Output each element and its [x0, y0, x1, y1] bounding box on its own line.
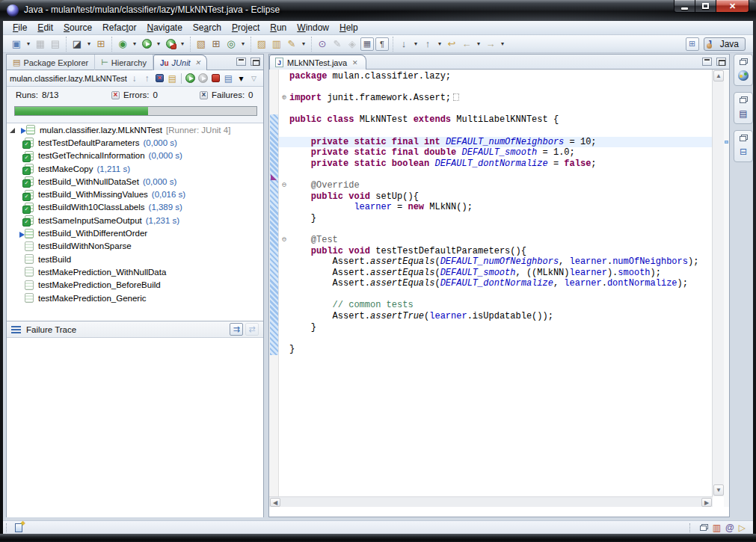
maximize-editor-button[interactable]	[716, 58, 726, 66]
run-icon[interactable]	[140, 37, 153, 51]
code-line[interactable]: }	[279, 213, 713, 224]
code-line[interactable]	[279, 126, 713, 137]
search-icon[interactable]: ⊙	[316, 37, 329, 51]
menu-search[interactable]: Search	[188, 21, 227, 34]
previous-failed-test-icon[interactable]: ↑	[141, 72, 153, 84]
menu-run[interactable]: Run	[265, 21, 292, 34]
test-row-testBuild_WithMissingValues[interactable]: testBuild_WithMissingValues(0,016 s)	[7, 188, 263, 200]
menu-project[interactable]: Project	[227, 21, 265, 34]
code-line[interactable]: private static final int DEFAULT_numOfNe…	[279, 137, 713, 148]
code-line[interactable]: learner = new MLkNN();	[279, 202, 713, 213]
declaration-view-icon[interactable]: ▷	[739, 523, 746, 533]
close-button[interactable]: ✕	[716, 0, 749, 13]
test-row-testMakePrediction_BeforeBuild[interactable]: testMakePrediction_BeforeBuild	[7, 279, 263, 292]
templates-view-icon[interactable]: ⊟	[740, 147, 747, 157]
code-line[interactable]	[279, 224, 713, 235]
menu-source[interactable]: Source	[58, 21, 97, 34]
dropdown-arrow-icon[interactable]: ▾	[85, 37, 93, 51]
test-row-testBuild_WithDifferentOrder[interactable]: testBuild_WithDifferentOrder	[7, 227, 263, 239]
test-row-testMakePrediction_Generic[interactable]: testMakePrediction_Generic	[7, 292, 263, 304]
code-line[interactable]: ⊖ @Override	[279, 180, 713, 191]
run-last-launched-icon[interactable]	[164, 37, 177, 51]
code-line[interactable]: }	[279, 322, 713, 333]
open-type-icon[interactable]: ⊞	[94, 37, 108, 51]
code-line[interactable]	[279, 169, 713, 180]
restore-view-icon[interactable]	[740, 58, 748, 65]
code-line[interactable]: ⊕import junit.framework.Assert;	[279, 93, 713, 104]
fold-toggle-icon[interactable]: ⊕	[279, 93, 289, 104]
view-tab-package-explorer[interactable]: ▤Package Explorer	[7, 55, 95, 70]
dropdown-arrow-icon[interactable]: ▾	[239, 37, 247, 51]
code-line[interactable]: // common tests	[279, 300, 713, 311]
code-text[interactable]: package mulan.classifier.lazy;⊕import ju…	[279, 71, 713, 354]
dropdown-arrow-icon[interactable]: ▾	[499, 37, 506, 51]
code-line[interactable]: package mulan.classifier.lazy;	[279, 71, 713, 82]
overview-ruler[interactable]	[724, 70, 729, 507]
rerun-test-icon[interactable]	[184, 72, 197, 84]
next-annotation-icon[interactable]: ↓	[397, 37, 411, 51]
new-package-icon[interactable]: ⊞	[209, 37, 223, 51]
test-result-tree[interactable]: mulan.classifier.lazy.MLkNNTest[Runner: …	[7, 123, 263, 321]
fold-toggle-icon[interactable]: ⊖	[279, 180, 289, 191]
scroll-left-icon[interactable]: ◀	[270, 498, 280, 507]
minimize-view-button[interactable]	[236, 58, 246, 66]
scroll-right-icon[interactable]: ▶	[701, 498, 712, 507]
code-line[interactable]: private static boolean DEFAULT_dontNorma…	[279, 158, 713, 170]
new-class-icon[interactable]: ◎	[224, 37, 238, 51]
test-row-testBuild_WithNullDataSet[interactable]: testBuild_WithNullDataSet(0,000 s)	[7, 175, 263, 188]
javadoc-view-icon[interactable]: @	[725, 523, 734, 533]
code-line[interactable]: Assert.assertTrue(learner.isUpdatable())…	[279, 311, 713, 322]
test-row-testMakePrediction_WithNullData[interactable]: testMakePrediction_WithNullData	[7, 265, 263, 278]
restore-view-icon[interactable]	[740, 96, 748, 103]
compare-result-icon[interactable]: ⇄	[245, 323, 259, 336]
save-icon[interactable]: ▦	[34, 37, 47, 51]
test-row-testBuild[interactable]: testBuild	[7, 253, 263, 265]
fold-toggle-icon[interactable]: ⊖	[279, 235, 289, 246]
test-row-testGetTechnicalInformation[interactable]: testGetTechnicalInformation(0,000 s)	[7, 150, 263, 162]
close-view-icon[interactable]: ✕	[195, 59, 201, 67]
test-row-testSameInputSameOutput[interactable]: testSameInputSameOutput(1,231 s)	[7, 214, 263, 227]
mark-occurrences-icon[interactable]: ▦	[360, 37, 374, 51]
history-dropdown-icon[interactable]: ▾	[235, 72, 248, 84]
problems-view-icon[interactable]: ▥	[713, 523, 721, 533]
menu-refactor[interactable]: Refactor	[97, 21, 141, 34]
view-tab-junit[interactable]: JuJUnit✕	[153, 55, 207, 70]
menu-window[interactable]: Window	[292, 21, 334, 34]
close-tab-icon[interactable]: ✕	[352, 59, 358, 67]
expand-twisty-icon[interactable]	[10, 128, 15, 133]
show-failures-only-icon[interactable]: ×	[153, 72, 166, 84]
minimize-editor-button[interactable]	[702, 58, 712, 66]
maximize-view-button[interactable]	[251, 58, 260, 66]
test-row-testBuildWithNonSparse[interactable]: testBuildWithNonSparse	[7, 240, 263, 253]
tree-root-row[interactable]: mulan.classifier.lazy.MLkNNTest[Runner: …	[7, 123, 263, 136]
print-icon[interactable]: ▤	[49, 37, 62, 51]
vertical-scrollbar[interactable]: ▲ ▼	[712, 70, 724, 496]
code-line[interactable]: ⊖ @Test	[279, 235, 713, 246]
next-failed-test-icon[interactable]: ↓	[128, 72, 141, 84]
dropdown-arrow-icon[interactable]: ▾	[412, 37, 420, 51]
code-line[interactable]: }	[279, 344, 713, 355]
task-list-view-icon[interactable]	[738, 70, 749, 81]
restore-view-icon[interactable]	[700, 524, 708, 531]
horizontal-scrollbar[interactable]: ◀ ▶	[269, 496, 713, 507]
code-line[interactable]: private static final double DEFAULT_smoo…	[279, 147, 713, 158]
test-row-testMakeCopy[interactable]: testMakeCopy(1,211 s)	[7, 162, 263, 175]
code-line[interactable]: Assert.assertEquals(DEFAULT_smooth, ((ML…	[279, 268, 713, 279]
menu-edit[interactable]: Edit	[32, 21, 58, 34]
menu-navigate[interactable]: Navigate	[141, 21, 187, 34]
title-bar[interactable]: Java - mulan/test/mulan/classifier/lazy/…	[0, 0, 756, 21]
previous-annotation-icon[interactable]: ↑	[421, 37, 434, 51]
maximize-button[interactable]	[695, 0, 716, 13]
code-line[interactable]	[279, 333, 713, 344]
code-line[interactable]: Assert.assertEquals(DEFAULT_dontNormaliz…	[279, 278, 713, 289]
outline-view-icon[interactable]: ▤	[739, 108, 747, 119]
code-line[interactable]	[279, 289, 713, 301]
code-line[interactable]: Assert.assertEquals(DEFAULT_numOfNeighbo…	[279, 256, 713, 268]
java-perspective-button[interactable]: J Java	[704, 37, 746, 51]
code-editor[interactable]: package mulan.classifier.lazy;⊕import ju…	[269, 70, 713, 507]
dropdown-arrow-icon[interactable]: ▾	[436, 37, 443, 51]
view-tab-hierarchy[interactable]: ⊢Hierarchy	[95, 55, 153, 70]
restore-view-icon[interactable]	[740, 135, 748, 141]
rerun-failed-first-icon[interactable]	[197, 72, 209, 84]
view-menu-icon[interactable]: ▽	[248, 72, 260, 84]
